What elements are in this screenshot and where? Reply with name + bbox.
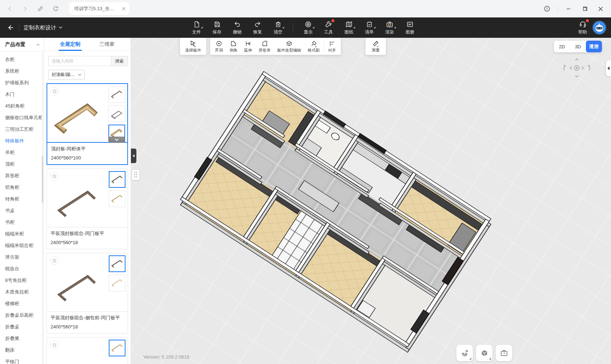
tool-format-brush[interactable]: 格式刷	[304, 40, 323, 53]
menu-item-file[interactable]: 文件	[191, 20, 202, 35]
mode-3d[interactable]: 3D	[570, 41, 586, 52]
search-button[interactable]: 搜索	[111, 56, 128, 66]
menu-item-album[interactable]: 图册	[404, 20, 415, 35]
info-icon[interactable]	[542, 3, 552, 14]
sidebar-item[interactable]: 切角柜	[0, 182, 44, 193]
tool-measure[interactable]: 测量	[368, 40, 383, 53]
product-card[interactable]	[47, 337, 128, 364]
favorite-star-icon[interactable]	[50, 172, 59, 181]
display-mode-cube-button[interactable]	[476, 345, 492, 361]
sidebar-item[interactable]: 侧板收口线单元柜	[0, 112, 44, 124]
sidebar-item[interactable]: 榻榻米组合柜	[0, 240, 44, 251]
close-icon[interactable]	[595, 3, 606, 14]
maximize-icon[interactable]	[579, 3, 590, 14]
sidebar-item[interactable]: 翻床	[0, 344, 44, 356]
browser-tab[interactable]: 培训学习5.13_全...	[69, 2, 129, 15]
sidebar-item[interactable]: 书柜	[0, 217, 44, 228]
favorite-star-icon[interactable]	[50, 87, 59, 96]
sidebar-item[interactable]: 书桌	[0, 205, 44, 217]
sidebar-item[interactable]: 顶柜	[0, 158, 44, 170]
panel-drag-handle[interactable]	[132, 169, 140, 180]
filter-icon[interactable]	[130, 56, 131, 66]
product-card[interactable]: 顶封板-同柜体平 2400*560*100	[47, 83, 128, 165]
right-panel-collapse-tab[interactable]	[606, 60, 611, 76]
sidebar-item[interactable]: 8号免拉柜	[0, 275, 44, 286]
menu-item-save[interactable]: 保存	[211, 20, 222, 35]
variant-thumb-selected[interactable]	[109, 340, 125, 356]
camera-nav-cluster[interactable]	[558, 57, 596, 81]
mode-2d[interactable]: 2D	[554, 41, 570, 52]
sidebar-item[interactable]: 三明治工艺柜	[0, 124, 44, 135]
sidebar-item[interactable]: 折叠桌后高柜	[0, 310, 44, 321]
scrollbar-thumb[interactable]	[42, 156, 43, 203]
product-card[interactable]: 平装顶封板组合-侧包前-同门板平 2400*560*18	[47, 253, 128, 333]
menu-item-drawings[interactable]: 图纸	[343, 20, 354, 35]
product-card[interactable]: 平装顶封板组合-同门板平 2400*560*18	[47, 169, 128, 249]
variant-thumb[interactable]	[108, 86, 125, 103]
search-input[interactable]	[49, 56, 111, 66]
quick-render-button[interactable]	[496, 345, 512, 361]
forward-nav-icon[interactable]	[20, 3, 31, 14]
tool-panel-shape-edit[interactable]: 板件造型编辑	[274, 40, 304, 53]
tab-3vjia[interactable]: 三维家	[99, 38, 115, 51]
viewport-3d[interactable]: 选择板件 开洞 倒角	[131, 38, 611, 364]
variant-thumb[interactable]	[108, 105, 125, 122]
sidebar-item[interactable]: 木门	[0, 89, 44, 100]
mode-walkthrough[interactable]: 漫游	[586, 41, 602, 52]
menu-item-undo[interactable]: 撤销	[232, 20, 243, 35]
help-button[interactable]: 帮助	[578, 20, 587, 35]
menu-item-render[interactable]: 渲染	[384, 20, 395, 35]
refresh-icon[interactable]	[50, 3, 61, 14]
sidebar-scrollbar[interactable]	[42, 52, 43, 364]
sidebar-header[interactable]: 产品布置	[0, 38, 44, 52]
variant-thumb-selected[interactable]	[109, 255, 125, 272]
variant-thumb[interactable]	[109, 190, 125, 207]
tool-chamfer[interactable]: 倒角	[226, 40, 241, 53]
tool-align[interactable]: 对齐	[325, 40, 339, 53]
sidebar-item[interactable]: 楼梯柜	[0, 298, 44, 310]
sidebar-item[interactable]: 异形柜	[0, 170, 44, 182]
variant-thumb-selected[interactable]	[109, 171, 125, 188]
sidebar-item[interactable]: 平移门	[0, 356, 44, 364]
sidebar-item-active[interactable]: 特殊板件	[0, 135, 44, 147]
sidebar-item[interactable]: 梳妆台	[0, 263, 44, 275]
sidebar-item[interactable]: 衣柜	[0, 54, 44, 65]
back-nav-icon[interactable]	[4, 3, 15, 14]
sidebar-item[interactable]: 榻榻米柜	[0, 228, 44, 240]
album-icon	[406, 20, 414, 28]
snap-magnet-button[interactable]	[456, 345, 473, 361]
link-icon[interactable]	[35, 3, 46, 14]
tool-extend[interactable]: 延伸	[241, 40, 255, 53]
variant-thumb[interactable]	[109, 275, 125, 291]
category-dropdown[interactable]: 封顶板/踢...	[48, 70, 85, 80]
more-variants-chevron[interactable]	[108, 137, 125, 143]
menu-item-redo[interactable]: 恢复	[252, 20, 263, 35]
tab-whole-house[interactable]: 全屋定制	[60, 38, 80, 51]
sidebar-item[interactable]: 护墙板系列	[0, 77, 44, 89]
tab-close-icon[interactable]	[121, 7, 126, 11]
favorite-star-icon[interactable]	[50, 340, 59, 349]
user-avatar[interactable]	[593, 21, 606, 34]
sidebar-item[interactable]: 折叠桌	[0, 321, 44, 333]
minimize-icon[interactable]	[563, 3, 574, 14]
menu-item-list[interactable]: 清单	[364, 20, 375, 35]
scene-canvas[interactable]	[131, 38, 611, 364]
menu-item-tools[interactable]: 工具	[323, 20, 334, 35]
catalog-collapse-tab[interactable]	[131, 149, 136, 163]
menu-item-display[interactable]: 显示	[303, 20, 314, 35]
back-button[interactable]	[5, 22, 16, 33]
sidebar-item[interactable]: 45斜角柜	[0, 100, 44, 112]
project-title[interactable]: 定制衣柜设计	[24, 24, 63, 31]
pan-left-icon	[570, 66, 572, 69]
tool-shape-library[interactable]: 异形库	[255, 40, 274, 53]
sidebar-item[interactable]: 博古架	[0, 251, 44, 263]
sidebar-item[interactable]: 木质免拉柜	[0, 286, 44, 298]
menu-item-clear[interactable]: 清空	[272, 20, 283, 35]
select-panel-tool[interactable]: 选择板件	[182, 40, 204, 53]
sidebar-item[interactable]: 吊柜	[0, 147, 44, 158]
sidebar-item[interactable]: 系统柜	[0, 65, 44, 77]
favorite-star-icon[interactable]	[50, 256, 59, 265]
tool-hole[interactable]: 开洞	[212, 40, 226, 53]
sidebar-item[interactable]: 折叠凳	[0, 333, 44, 344]
sidebar-item[interactable]: 转角柜	[0, 193, 44, 205]
